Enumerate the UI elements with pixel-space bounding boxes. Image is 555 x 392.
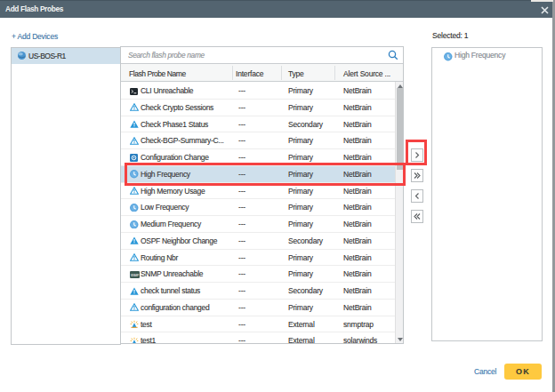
svg-text:SNMP: SNMP — [131, 274, 140, 277]
